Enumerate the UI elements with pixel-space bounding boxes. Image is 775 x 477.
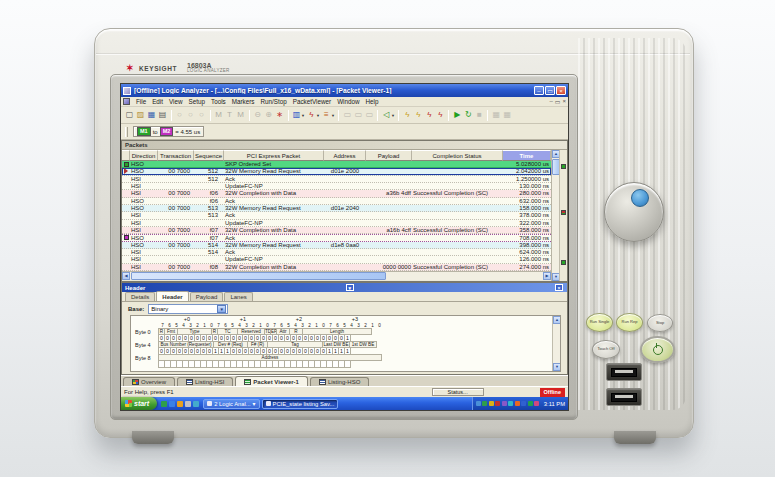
chevron-down-icon[interactable]: ▼ [217,305,226,313]
status-button[interactable]: Status... [432,388,484,396]
bit-scroll-up-arrow[interactable]: ▲ [553,316,561,324]
quick-launch-icon-3[interactable] [177,401,183,407]
packet-row[interactable]: HSI513Ack378.000 ns [122,212,551,219]
trigger-setup-icon[interactable]: ϟ [306,110,316,121]
packet-row[interactable]: HSO00 700051232W Memory Read Requestd01e… [122,168,551,175]
tab-lanes[interactable]: Lanes [224,292,252,301]
bottom-tab-listinghso[interactable]: Listing-HSO [310,377,369,386]
tray-icon-1[interactable] [476,401,481,406]
analysis-4-icon[interactable]: ϟ [435,110,445,121]
tray-icon-10[interactable] [534,401,539,406]
power-button[interactable] [640,336,675,363]
menu-runstop[interactable]: Run/Stop [257,98,289,105]
packet-row[interactable]: HSIUpdateFC-NP126.000 ns [122,256,551,263]
bottom-tab-listinghsi[interactable]: Listing-HSI [177,377,233,386]
tray-icon-5[interactable] [502,401,507,406]
header-panel-close-button[interactable]: × [555,284,563,291]
touch-off-button[interactable]: Touch Off [592,340,620,359]
close-button[interactable]: × [556,86,566,95]
start-button[interactable]: start [121,397,157,410]
run-icon[interactable]: ▶ [452,110,462,121]
overlay-icon[interactable]: ≡ [321,110,331,121]
marker-m2-icon[interactable] [124,235,129,240]
packet-row[interactable]: HSIUpdateFC-NP322.000 ns [122,220,551,227]
packet-row[interactable]: HSI512Ack1.250000 us [122,176,551,183]
analysis-1-icon[interactable]: ϟ [402,110,412,121]
bottom-tab-overview[interactable]: Overview [123,377,175,386]
chevron-down-icon[interactable]: ▼ [301,113,305,118]
tab-details[interactable]: Details [125,292,155,301]
usb-port-bottom[interactable] [606,388,642,406]
sound-icon[interactable]: ◁ [381,110,391,121]
menu-setup[interactable]: Setup [186,98,208,105]
scroll-left-arrow[interactable]: ◀ [122,272,130,280]
task-button-1[interactable]: 2 Logic Anal...▾ [203,399,259,409]
quick-launch-icon-1[interactable] [161,401,167,407]
task-button-2[interactable]: PCIE_state listing Sav... [262,399,339,409]
hscroll-thumb[interactable] [131,272,386,280]
packet-row[interactable]: HSI00 7000f0632W Completion with Dataa36… [122,190,551,197]
column-header-time[interactable]: Time [503,150,551,161]
bus-setup-icon[interactable]: ▥ [292,110,302,121]
base-select[interactable]: Binary ▼ [148,304,228,314]
packet-row[interactable]: HSO00 700051332W Memory Read Requestd01e… [122,205,551,212]
markers-icon[interactable]: ∗ [275,110,285,121]
tray-icon-8[interactable] [521,401,526,406]
window-titlebar[interactable]: [Offline] Logic Analyzer - [...\Config F… [121,84,568,97]
menu-packetviewer[interactable]: PacketViewer [290,98,334,105]
usb-port-top[interactable] [606,363,642,381]
menu-markers[interactable]: Markers [229,98,258,105]
analysis-2-icon[interactable]: ϟ [413,110,423,121]
tray-icon-3[interactable] [489,401,494,406]
tab-payload[interactable]: Payload [190,292,224,301]
menu-file[interactable]: File [133,98,149,105]
restore-button[interactable]: ▭ [545,86,555,95]
bit-scroll-down-arrow[interactable]: ▼ [553,363,561,371]
overview-marker-m2-icon[interactable] [561,260,566,265]
tray-icon-2[interactable] [482,401,487,406]
scroll-right-arrow[interactable]: ▶ [543,272,551,280]
packet-row[interactable]: HSO00 700051432W Memory Read Requestd1e8… [122,242,551,249]
tray-icon-4[interactable] [495,401,500,406]
chevron-down-icon[interactable]: ▼ [391,113,395,118]
overview-marker-m1-icon[interactable] [561,164,566,169]
packets-vertical-scrollbar[interactable]: ▲ ▼ [551,150,559,281]
tray-icon-9[interactable] [528,401,533,406]
run-repetitive-icon[interactable]: ↻ [463,110,473,121]
column-header-transaction[interactable]: Transaction [158,150,194,161]
menu-tools[interactable]: Tools [208,98,229,105]
menu-window[interactable]: Window [334,98,362,105]
stop-button[interactable]: Stop [647,314,673,332]
packet-row[interactable]: HSOf06Ack632.000 ns [122,198,551,205]
packets-horizontal-scrollbar[interactable]: ◀ ▶ [122,271,551,280]
menu-help[interactable]: Help [363,98,382,105]
packet-row[interactable]: HSI00 7000f0732W Completion with Dataa16… [122,227,551,234]
minimize-button[interactable]: – [534,86,544,95]
packet-row[interactable]: HSI514Ack624.000 ns [122,249,551,256]
header-panel-titlebar[interactable]: Header ▾ × [122,283,567,292]
column-header-address[interactable]: Address [324,150,366,161]
marker-m1-icon[interactable] [124,162,129,167]
menu-edit[interactable]: Edit [149,98,166,105]
column-header-completionstatus[interactable]: Completion Status [412,150,503,161]
new-file-icon[interactable]: ▢ [125,110,135,121]
tab-header[interactable]: Header [156,291,188,301]
quick-launch-icon-4[interactable] [185,401,191,407]
column-header-payload[interactable]: Payload [366,150,412,161]
bottom-tab-packetviewer1[interactable]: Packet Viewer-1 [235,376,308,386]
column-header-sequence[interactable]: Sequence [194,150,224,161]
mdi-restore-button[interactable]: ▭ [555,98,561,105]
quick-launch-icon-2[interactable] [169,401,175,407]
save-icon[interactable]: ▦ [147,110,157,121]
run-single-button[interactable]: Run Single [586,313,613,332]
packets-panel-title[interactable]: Packets [122,141,567,150]
marker-distance-chip[interactable]: M1 to M2 = 4.55 us [133,126,204,137]
tray-icon-6[interactable] [508,401,513,406]
menu-view[interactable]: View [166,98,186,105]
mdi-minimize-button[interactable]: – [549,98,552,105]
run-rep-button[interactable]: Run Rep [616,313,643,332]
analysis-3-icon[interactable]: ϟ [424,110,434,121]
packet-row[interactable]: HSI00 7000f0832W Completion with Data000… [122,264,551,271]
column-header-pciexpresspacket[interactable]: PCI Express Packet [224,150,324,161]
packet-row[interactable]: HSIUpdateFC-NP130.000 ns [122,183,551,190]
